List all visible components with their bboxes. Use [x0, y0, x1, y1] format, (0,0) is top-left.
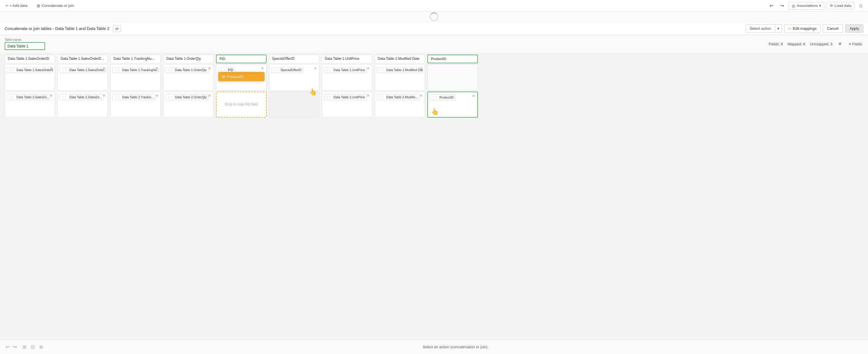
- eye-button[interactable]: 👁: [837, 41, 843, 48]
- close-r1-c7[interactable]: ✕: [366, 66, 370, 71]
- drag-handle: ⋮⋮: [9, 68, 14, 72]
- loading-area: [0, 11, 868, 22]
- drag-handle: ⋮⋮: [326, 96, 332, 99]
- cell-r1-c2: ⋮⋮ Data Table 1.SalesOrder... ✕: [58, 64, 108, 90]
- col-header-2: Data Table 1.SalesOrderDetailID: [58, 55, 108, 63]
- status-text: Select an action (concatenation or join)…: [48, 345, 863, 349]
- drag-handle: ⋮⋮: [167, 96, 173, 99]
- cell-r1-c1: ⋮⋮ Data Table 1.SalesOrderID ✕: [5, 64, 55, 90]
- col-header-9: ProductID: [427, 55, 478, 63]
- undo-button[interactable]: ↩: [767, 2, 776, 9]
- top-toolbar: + + Add data ⊞ Concatenate or join ↩ ↪ ◎…: [0, 0, 868, 11]
- close-r2-c7[interactable]: ✕: [366, 93, 370, 98]
- add-data-button[interactable]: + + Add data: [3, 2, 30, 9]
- col-header-3: Data Table 1.TrackingNumber: [110, 55, 161, 63]
- field-chip-r2-c7: ⋮⋮ Data Table 2.UnitPrice: [324, 94, 367, 100]
- close-r1-c6[interactable]: ✕: [313, 66, 318, 71]
- field-chip-r1-c2: ⋮⋮ Data Table 1.SalesOrder...: [60, 67, 106, 73]
- bottom-icons-group: ⊞ ⊟ ⊕: [21, 343, 44, 349]
- cell-r2-c3: ⋮⋮ Data Table 2.Trackin... ✕: [110, 92, 161, 118]
- redo-button[interactable]: ↪: [778, 2, 786, 9]
- col-header-1: Data Table 1.SalesOrderID: [5, 55, 55, 63]
- home-button[interactable]: ⌂: [857, 1, 865, 10]
- cell-r2-c4: ⋮⋮ Data Table 2.OrderQty ✕: [163, 92, 214, 118]
- table-name-row: Table name: Fields: 9 Mapped: 6 Unmapped…: [0, 35, 868, 52]
- drag-card-floating: ⊞ ProductID: [218, 72, 265, 81]
- fields-info: Fields: 9 Mapped: 6 Unmapped: 3 👁 ≡ Fiel…: [769, 41, 863, 48]
- concatenate-join-button[interactable]: ⊞ Concatenate or join: [34, 2, 76, 9]
- col-header-6: SpecialOfferID: [269, 55, 319, 63]
- spinner: [428, 14, 440, 20]
- edit-mappings-button[interactable]: ✏ Edit mappings: [784, 24, 820, 33]
- row2: ⋮⋮ Data Table 2.SalesOr... ✕ ⋮⋮ Data Tab…: [5, 92, 863, 118]
- close-r1-c2[interactable]: ✕: [102, 66, 106, 71]
- drag-handle: ⋮⋮: [432, 96, 437, 99]
- select-action-wrapper: Select action ▾: [746, 24, 782, 33]
- cell-r1-c3: ⋮⋮ Data Table 1.TrackingNu... ✕: [110, 64, 161, 90]
- row1: ⋮⋮ Data Table 1.SalesOrderID ✕ ⋮⋮ Data T…: [5, 64, 863, 90]
- page-title: Concatenate or join tables - Data Table …: [5, 26, 110, 31]
- associations-button[interactable]: ◎ Associations ▾: [788, 2, 825, 9]
- cell-r1-c6: ⋮⋮ SpecialOfferID ✕ 👆: [269, 64, 319, 90]
- cancel-button[interactable]: Cancel: [823, 24, 843, 33]
- field-chip-r2-c4: ⋮⋮ Data Table 2.OrderQty: [165, 94, 209, 100]
- table-name-input[interactable]: [5, 42, 45, 50]
- drag-handle: ⋮⋮: [62, 68, 67, 72]
- drag-handle: ⋮⋮: [378, 68, 384, 72]
- close-r2-c2[interactable]: ✕: [102, 93, 106, 98]
- drag-handle: ⋮⋮: [378, 96, 384, 99]
- close-r1-c8[interactable]: ✕: [419, 66, 423, 71]
- mapping-container: Data Table 1.SalesOrderID Data Table 1.S…: [0, 52, 868, 349]
- list-icon: ≡: [849, 42, 851, 46]
- load-data-button[interactable]: ⟳ Load data: [827, 2, 855, 9]
- apply-button[interactable]: Apply: [845, 24, 863, 33]
- field-chip-r1-c3: ⋮⋮ Data Table 1.TrackingNu...: [112, 67, 159, 73]
- chevron-down-icon: ▾: [819, 3, 821, 8]
- drag-handle: ⋮⋮: [167, 68, 173, 72]
- close-r1-c3[interactable]: ✕: [154, 66, 159, 71]
- bottom-icon-3[interactable]: ⊕: [38, 343, 44, 349]
- fields-button[interactable]: ≡ Fields: [848, 41, 863, 48]
- select-action-label[interactable]: Select action: [746, 25, 775, 32]
- grid-icon: ⊞: [222, 74, 225, 79]
- table-name-section: Table name:: [5, 38, 45, 50]
- cell-r2-c1: ⋮⋮ Data Table 2.SalesOr... ✕: [5, 92, 55, 118]
- close-r1-c4[interactable]: ✕: [207, 66, 212, 71]
- bottom-toolbar: ↩ ↪ ⊞ ⊟ ⊕ Select an action (concatenatio…: [0, 340, 868, 349]
- bottom-redo-button[interactable]: ↪: [12, 343, 18, 349]
- load-icon: ⟳: [830, 3, 833, 8]
- drag-handle: ⋮⋮: [326, 68, 332, 72]
- cell-r2-c7: ⋮⋮ Data Table 2.UnitPrice ✕: [322, 92, 372, 118]
- close-r2-c8[interactable]: ✕: [419, 93, 423, 98]
- cursor-hand-2: 👆: [431, 108, 439, 116]
- swap-button[interactable]: ⇄: [113, 25, 121, 32]
- drag-handle: ⋮⋮: [114, 68, 120, 72]
- field-chip-r2-c8: ⋮⋮ Data Table 2.Modifie...: [376, 94, 420, 100]
- close-r2-c4[interactable]: ✕: [207, 93, 212, 98]
- col-header-7: Data Table 1.UnitPrice: [322, 55, 372, 63]
- cell-r2-c5[interactable]: ⊞ ProductID Drop to map this field: [216, 92, 267, 118]
- col-header-5: PID: [216, 55, 267, 63]
- close-r2-c3[interactable]: ✕: [154, 93, 159, 98]
- field-chip-r1-c6: ⋮⋮ SpecialOfferID: [271, 67, 303, 73]
- close-r2-c1[interactable]: ✕: [49, 93, 54, 98]
- field-chip-r1-c8: ⋮⋮ Data Table 1.Modified Date: [376, 67, 423, 73]
- col-header-4: Data Table 1.OrderQty: [163, 55, 214, 63]
- cell-r2-c9[interactable]: ⋮⋮ ProductID ✕ 👆: [427, 92, 478, 118]
- bottom-icon-1[interactable]: ⊞: [21, 343, 27, 349]
- close-r1-c1[interactable]: ✕: [49, 66, 54, 71]
- cell-r2-c2: ⋮⋮ Data Table 2.SalesOr... ✕: [58, 92, 108, 118]
- mapped-count: Mapped: 6: [787, 42, 805, 46]
- select-action-caret[interactable]: ▾: [775, 25, 782, 32]
- associations-icon: ◎: [792, 3, 795, 8]
- close-r1-c5[interactable]: ✕: [260, 66, 265, 71]
- bottom-undo-button[interactable]: ↩: [5, 343, 11, 349]
- drag-handle: ⋮⋮: [62, 96, 67, 99]
- pencil-icon: ✏: [788, 26, 792, 31]
- field-chip-r1-c4: ⋮⋮ Data Table 1.OrderQty: [165, 67, 209, 73]
- bottom-icon-2[interactable]: ⊟: [30, 343, 36, 349]
- drop-zone-content: Drop to map this field: [218, 94, 264, 115]
- field-chip-r2-c3: ⋮⋮ Data Table 2.Trackin...: [112, 94, 156, 100]
- field-chip-r2-c1: ⋮⋮ Data Table 2.SalesOr...: [7, 94, 51, 100]
- close-r2-c9[interactable]: ✕: [471, 94, 476, 98]
